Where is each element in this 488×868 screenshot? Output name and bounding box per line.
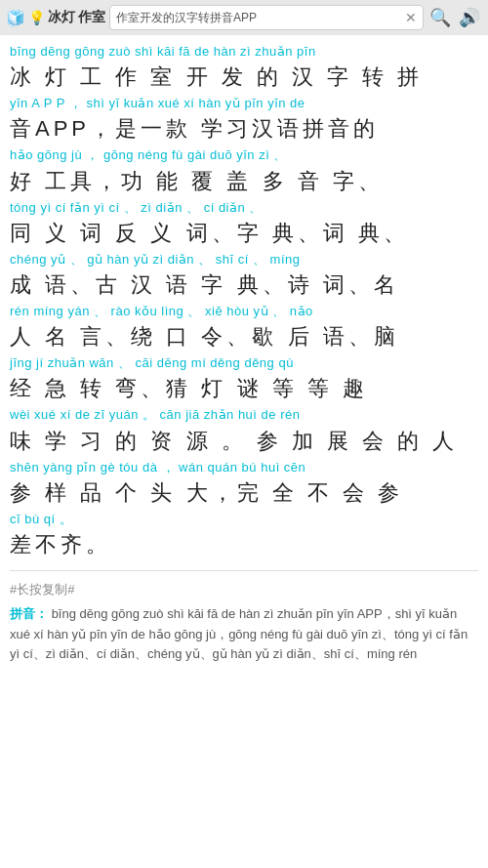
chinese-line-0: 冰 灯 工 作 室 开 发 的 汉 字 转 拼 (10, 61, 478, 93)
chinese-line-2: 好 工具，功 能 覆 盖 多 音 字、 (10, 165, 478, 197)
sound-icon[interactable]: 🔊 (457, 5, 482, 30)
ice-icon: 🧊 (6, 9, 25, 27)
pinyin-line-8: shēn yàng pǐn gè tóu dà ， wán quán bú hu… (10, 459, 478, 476)
chinese-line-4: 成 语、古 汉 语 字 典、诗 词、名 (10, 269, 478, 301)
text-block-0: bīng dēng gōng zuò shì kāi fā de hàn zì … (10, 43, 478, 93)
text-block-4: chéng yǔ 、 gǔ hàn yǔ zì diǎn 、 shī cí 、 … (10, 251, 478, 301)
pinyin-line-1: yīn A P P ， shì yī kuǎn xué xí hàn yǔ pī… (10, 95, 478, 112)
chinese-line-5: 人 名 言、绕 口 令、歇 后 语、脑 (10, 320, 478, 352)
text-block-2: hǎo gōng jù ， gōng néng fù gài duō yīn z… (10, 146, 478, 196)
site-title: 🧊 💡 冰灯 作室 (6, 9, 105, 27)
close-icon[interactable]: ✕ (405, 10, 417, 25)
chinese-line-1: 音APP，是一款 学习汉语拼音的 (10, 112, 478, 145)
search-icon[interactable]: 🔍 (427, 5, 453, 30)
text-block-9: cī bù qí 。差不齐。 (10, 511, 478, 560)
site-subtitle-label: 作室 (78, 9, 105, 26)
url-text: 作室开发的汉字转拼音APP (116, 10, 257, 26)
site-name-label: 冰灯 (48, 9, 75, 26)
text-block-1: yīn A P P ， shì yī kuǎn xué xí hàn yǔ pī… (10, 95, 478, 145)
chinese-line-8: 参 样 品 个 头 大，完 全 不 会 参 (10, 476, 478, 509)
copy-hint: #长按复制# (10, 581, 478, 599)
main-content: bīng dēng gōng zuò shì kāi fā de hàn zì … (0, 35, 488, 673)
chinese-line-6: 经 急 转 弯、猜 灯 谜 等 等 趣 (10, 372, 478, 404)
text-block-3: tóng yì cí fǎn yì cí 、 zì diǎn 、 cí diǎn… (10, 199, 478, 249)
pinyin-line-7: wèi xué xí de zī yuán 。 cān jiā zhǎn huì… (10, 406, 478, 424)
pinyin-line-0: bīng dēng gōng zuò shì kāi fā de hàn zì … (10, 43, 478, 61)
chinese-line-3: 同 义 词 反 义 词、字 典、词 典、 (10, 217, 478, 249)
text-block-7: wèi xué xí de zī yuán 。 cān jiā zhǎn huì… (10, 406, 478, 456)
divider (10, 570, 478, 571)
pinyin-body: bīng dēng gōng zuò shì kāi fā de hàn zì … (10, 606, 468, 662)
chinese-line-7: 味 学 习 的 资 源 。 参 加 展 会 的 人 (10, 425, 478, 457)
pinyin-line-3: tóng yì cí fǎn yì cí 、 zì diǎn 、 cí diǎn… (10, 199, 478, 217)
url-bar[interactable]: 作室开发的汉字转拼音APP ✕ (109, 5, 424, 30)
browser-bar: 🧊 💡 冰灯 作室 作室开发的汉字转拼音APP ✕ 🔍 🔊 (0, 0, 488, 35)
pinyin-line-6: jīng jí zhuǎn wān 、 cāi dēng mí děng děn… (10, 354, 478, 372)
pinyin-line-9: cī bù qí 。 (10, 511, 478, 528)
text-block-6: jīng jí zhuǎn wān 、 cāi dēng mí děng děn… (10, 354, 478, 404)
pinyin-line-5: rén míng yán 、 rào kǒu lìng 、 xiē hòu yǔ… (10, 303, 478, 320)
text-block-8: shēn yàng pǐn gè tóu dà ， wán quán bú hu… (10, 459, 478, 509)
bottom-section: 拼音： bīng dēng gōng zuò shì kāi fā de hàn… (10, 604, 478, 665)
pinyin-line-2: hǎo gōng jù ， gōng néng fù gài duō yīn z… (10, 146, 478, 164)
pinyin-line-4: chéng yǔ 、 gǔ hàn yǔ zì diǎn 、 shī cí 、 … (10, 251, 478, 269)
text-blocks-container: bīng dēng gōng zuò shì kāi fā de hàn zì … (10, 43, 478, 560)
chinese-line-9: 差不齐。 (10, 528, 478, 560)
pinyin-label: 拼音： (10, 606, 48, 621)
text-block-5: rén míng yán 、 rào kǒu lìng 、 xiē hòu yǔ… (10, 303, 478, 352)
bulb-icon: 💡 (28, 10, 45, 25)
